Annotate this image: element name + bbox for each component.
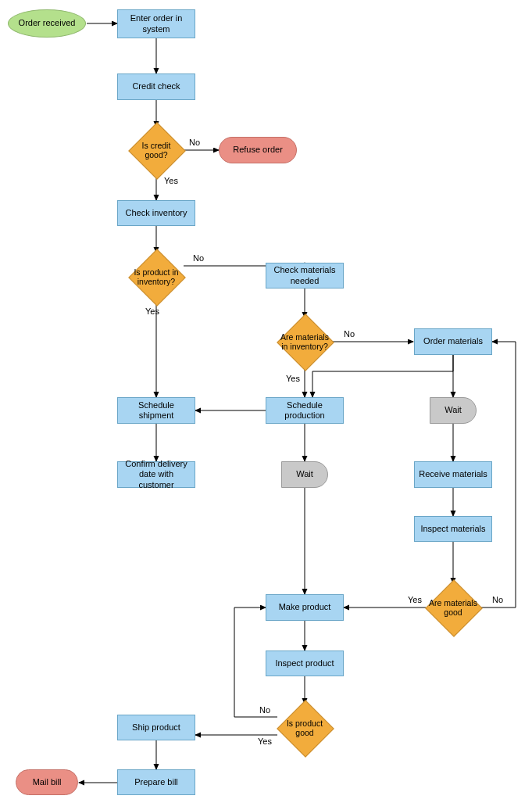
edge-label-mat-good-yes: Yes [406,595,423,604]
edge-label-mat-inv-no: No [342,329,356,339]
edge-label-prod-good-yes: Yes [256,737,273,746]
process-ship-product: Ship product [117,715,195,740]
process-credit-check: Credit check [117,73,195,100]
process-enter-order: Enter order in system [117,9,195,38]
process-inspect-materials: Inspect materials [414,516,492,542]
process-check-inventory: Check inventory [117,200,195,226]
edge-label-credit-no: No [187,138,202,147]
decision-are-materials-in-inv: Are materials in inventory? [272,317,337,366]
process-check-materials: Check materials needed [266,263,344,289]
terminator-start: Order received [8,9,86,38]
delay-wait-2: Wait [430,397,477,424]
terminator-refuse-order: Refuse order [219,137,297,163]
process-prepare-bill: Prepare bill [117,769,195,795]
delay-wait-1: Wait [281,461,328,488]
edge-label-prod-good-no: No [258,705,272,715]
process-schedule-shipment: Schedule shipment [117,397,195,424]
process-inspect-product: Inspect product [266,651,344,676]
terminator-mail-bill: Mail bill [16,769,78,795]
process-make-product: Make product [266,594,344,621]
decision-are-materials-good: Are materials good [420,583,486,632]
decision-is-product-good: Is product good [272,704,337,752]
edge-label-mat-good-no: No [491,595,505,604]
process-receive-materials: Receive materials [414,461,492,488]
decision-is-credit-good: Is credit good? [127,127,185,174]
process-order-materials: Order materials [414,328,492,355]
edge-label-credit-yes: Yes [162,176,180,185]
process-schedule-production: Schedule production [266,397,344,424]
edge-label-inv-yes: Yes [144,306,161,316]
process-confirm-delivery: Confirm delivery date with customer [117,461,195,488]
decision-is-in-inventory: Is product in inventory? [123,253,189,301]
edge-label-mat-inv-yes: Yes [284,374,302,383]
edge-label-inv-no: No [191,253,205,263]
